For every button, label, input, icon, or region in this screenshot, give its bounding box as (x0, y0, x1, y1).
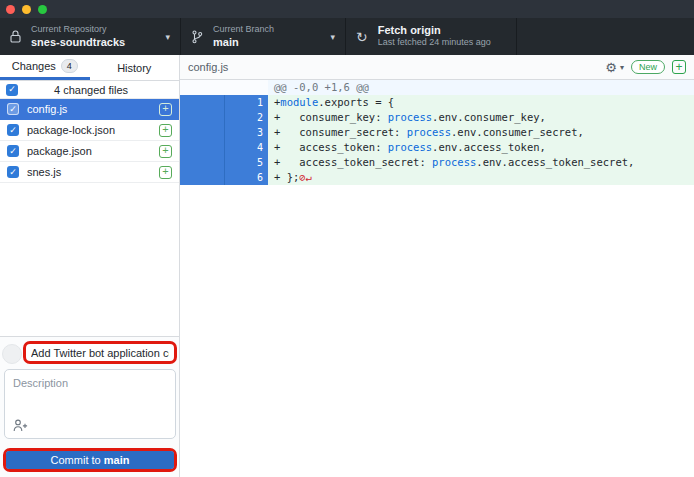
file-checkbox[interactable] (7, 166, 19, 178)
diff-gutter-new[interactable]: 6 (224, 170, 268, 185)
file-status-new-badge: New (631, 60, 665, 74)
diff-line-row[interactable]: 6+ };⊘↵ (180, 170, 694, 185)
changes-count-badge: 4 (61, 59, 78, 73)
lock-icon (10, 30, 21, 43)
commit-form: Commit to main (0, 336, 179, 477)
diff-gutter-old[interactable] (180, 155, 224, 170)
add-coauthor-icon[interactable] (13, 419, 28, 432)
select-all-checkbox[interactable] (6, 84, 18, 96)
diff-gutter-old[interactable] (180, 95, 224, 110)
commit-description-input[interactable] (5, 370, 175, 416)
file-name: snes.js (27, 166, 151, 178)
diff-code-cell: + consumer_key: process.env.consumer_key… (268, 110, 694, 125)
tab-history[interactable]: History (90, 55, 180, 80)
diff-line-row[interactable]: 1+module.exports = { (180, 95, 694, 110)
tab-changes[interactable]: Changes 4 (0, 55, 90, 80)
fetch-title: Fetch origin (378, 24, 491, 37)
tab-history-label: History (117, 62, 151, 74)
file-name: config.js (27, 103, 151, 115)
file-row-package-lock-json[interactable]: package-lock.json (0, 120, 179, 141)
diff-gutter-old[interactable] (180, 110, 224, 125)
file-name: package.json (27, 145, 151, 157)
file-row-snes-js[interactable]: snes.js (0, 162, 179, 183)
repository-name: snes-soundtracks (31, 36, 125, 49)
diff-gutter-old[interactable] (180, 170, 224, 185)
maximize-window-icon[interactable] (38, 5, 47, 14)
file-list-empty-space (0, 183, 179, 336)
diff-gutter-new[interactable]: 1 (224, 95, 268, 110)
diff-gutter-old[interactable] (180, 80, 224, 95)
diff-line-row[interactable]: 4+ access_token: process.env.access_toke… (180, 140, 694, 155)
changes-sidebar: Changes 4 History 4 changed files config… (0, 55, 180, 477)
file-row-config-js[interactable]: config.js (0, 99, 179, 120)
diff-hunk-row[interactable]: @@ -0,0 +1,6 @@ (180, 80, 694, 95)
diff-file-name: config.js (188, 61, 605, 73)
chevron-down-icon: ▾ (330, 32, 335, 42)
close-window-icon[interactable] (6, 5, 15, 14)
commit-button[interactable]: Commit to main (6, 451, 174, 469)
fetch-subtitle: Last fetched 24 minutes ago (378, 37, 491, 49)
github-desktop-window: Current Repository snes-soundtracks ▾ Cu… (0, 0, 694, 477)
added-file-plus-icon[interactable] (672, 60, 686, 74)
diff-code-cell: + access_token: process.env.access_token… (268, 140, 694, 155)
gear-icon[interactable]: ⚙ (605, 61, 617, 74)
current-repository-button[interactable]: Current Repository snes-soundtracks ▾ (0, 18, 180, 55)
diff-code-cell: + access_token_secret: process.env.acces… (268, 155, 694, 170)
toolbar: Current Repository snes-soundtracks ▾ Cu… (0, 18, 694, 55)
diff-line-row[interactable]: 3+ consumer_secret: process.env.consumer… (180, 125, 694, 140)
file-checkbox[interactable] (7, 103, 19, 115)
diff-gutter-old[interactable] (180, 125, 224, 140)
file-checkbox[interactable] (7, 145, 19, 157)
main-area: Changes 4 History 4 changed files config… (0, 55, 694, 477)
diff-code-cell: @@ -0,0 +1,6 @@ (268, 80, 694, 95)
diff-line-row[interactable]: 2+ consumer_key: process.env.consumer_ke… (180, 110, 694, 125)
minimize-window-icon[interactable] (22, 5, 31, 14)
file-added-status-icon (159, 103, 172, 116)
diff-gutter-new[interactable]: 3 (224, 125, 268, 140)
file-name: package-lock.json (27, 124, 151, 136)
diff-line-row[interactable]: 5+ access_token_secret: process.env.acce… (180, 155, 694, 170)
file-added-status-icon (159, 124, 172, 137)
diff-gutter-new[interactable] (224, 80, 268, 95)
title-bar (0, 0, 694, 18)
sidebar-tabs: Changes 4 History (0, 55, 179, 81)
branch-label: Current Branch (213, 24, 274, 36)
diff-gutter-new[interactable]: 4 (224, 140, 268, 155)
avatar (2, 344, 22, 364)
changed-files-label: 4 changed files (54, 84, 128, 96)
file-row-package-json[interactable]: package.json (0, 141, 179, 162)
diff-code-cell: +module.exports = { (268, 95, 694, 110)
diff-code-cell: + };⊘↵ (268, 170, 694, 185)
description-box (4, 369, 176, 439)
diff-body: @@ -0,0 +1,6 @@1+module.exports = {2+ co… (180, 80, 694, 477)
file-added-status-icon (159, 145, 172, 158)
commit-summary-input[interactable] (26, 347, 174, 359)
file-added-status-icon (159, 166, 172, 179)
current-branch-button[interactable]: Current Branch main ▾ (180, 18, 345, 55)
tab-changes-label: Changes (12, 60, 56, 72)
diff-code-cell: + consumer_secret: process.env.consumer_… (268, 125, 694, 140)
diff-header: config.js ⚙ ▾ New (180, 55, 694, 80)
repository-label: Current Repository (31, 24, 125, 36)
select-all-row: 4 changed files (0, 81, 179, 99)
fetch-origin-button[interactable]: ↻ Fetch origin Last fetched 24 minutes a… (345, 18, 516, 55)
annotation-highlight-commit: Commit to main (3, 448, 177, 472)
chevron-down-icon: ▾ (165, 32, 170, 42)
toolbar-spacer (516, 18, 694, 55)
annotation-highlight-summary (23, 341, 177, 364)
diff-gutter-old[interactable] (180, 140, 224, 155)
branch-name: main (213, 36, 274, 49)
diff-gutter-new[interactable]: 5 (224, 155, 268, 170)
diff-pane: config.js ⚙ ▾ New @@ -0,0 +1,6 @@1+modul… (180, 55, 694, 477)
git-branch-icon (191, 30, 203, 44)
diff-gutter-new[interactable]: 2 (224, 110, 268, 125)
file-checkbox[interactable] (7, 124, 19, 136)
chevron-down-icon[interactable]: ▾ (620, 63, 624, 72)
sync-icon: ↻ (356, 30, 368, 44)
